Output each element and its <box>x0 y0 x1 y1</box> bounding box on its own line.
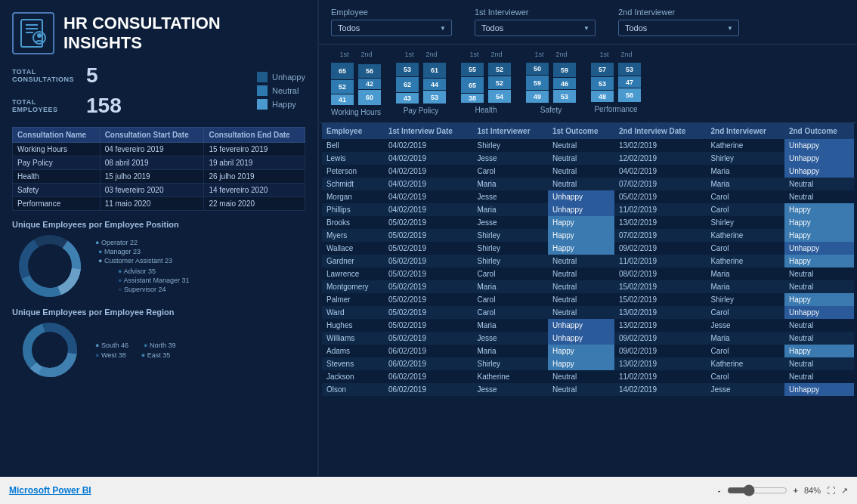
performance-1st: 57 53 48 <box>591 63 614 102</box>
bar-charts-section: 1st2nd 65 52 41 56 42 60 <box>319 45 857 123</box>
table-row: Pay Policy08 abril 201919 abril 2019 <box>13 156 305 170</box>
pay-policy-title: Pay Policy <box>404 107 439 115</box>
table-row: Working Hours04 fevereiro 201915 feverei… <box>13 143 305 156</box>
share-icon[interactable]: ↗ <box>841 486 848 496</box>
total-employees-value: 158 <box>86 94 124 118</box>
bar-chart-health: 1st2nd 55 65 38 52 52 54 <box>461 51 511 116</box>
col-2nd-interview-date: 2nd Interview Date <box>614 123 707 139</box>
position-donut-container: ● Operator 22 ● Manager 23 ● Customer As… <box>12 232 305 300</box>
total-consultations-label: TOTALCONSULTATIONS <box>12 68 80 83</box>
data-table-row: Bell04/02/2019ShirleyNeutral13/02/2019Ka… <box>322 139 854 152</box>
data-table-row: Jackson06/02/2019KatherineNeutral11/02/2… <box>322 370 854 383</box>
data-table-row: Myers05/02/2019ShirleyHappy07/02/2019Kat… <box>322 229 854 242</box>
legend-happy: Happy <box>257 99 305 110</box>
total-consultations-value: 5 <box>86 63 124 88</box>
col-1st-interviewer: 1st Interviewer <box>473 123 548 139</box>
zoom-value: 84% <box>804 486 821 495</box>
svg-rect-2 <box>26 28 38 29</box>
interviewer2-filter-group: 2nd Interviewer Todos <box>618 8 739 36</box>
data-table-row: Phillips04/02/2019MariaUnhappy11/02/2019… <box>322 203 854 216</box>
zoom-plus[interactable]: + <box>794 486 798 495</box>
table-row: Performance11 maio 202022 maio 2020 <box>13 197 305 211</box>
safety-title: Safety <box>540 106 562 114</box>
consultations-table: Consultation Name Consultation Start Dat… <box>12 127 305 211</box>
bar-chart-safety: 1st2nd 50 59 49 59 46 53 <box>526 51 576 116</box>
data-table-row: Adams06/02/2019MariaHappy09/02/2019Carol… <box>322 345 854 357</box>
total-consultations-row: TOTALCONSULTATIONS 5 <box>12 63 124 88</box>
table-row: Safety03 fevereiro 202014 fevereiro 2020 <box>13 184 305 197</box>
pay-policy-bars: 53 62 43 61 44 53 <box>396 63 446 104</box>
main-container: HR CONSULTATIONINSIGHTS TOTALCONSULTATIO… <box>0 0 857 504</box>
filters-bar: Employee Todos 1st Interviewer Todos <box>319 0 857 45</box>
interviewer2-select[interactable]: Todos <box>618 20 739 36</box>
employee-filter-label: Employee <box>331 8 452 17</box>
data-table-row: Montgomery05/02/2019MariaNeutral15/02/20… <box>322 280 854 293</box>
zoom-slider[interactable] <box>727 484 787 496</box>
interviewer2-select-wrapper[interactable]: Todos <box>618 20 739 36</box>
bar-chart-performance: 1st2nd 57 53 48 53 47 58 <box>591 51 641 116</box>
safety-1st: 50 59 49 <box>526 63 549 103</box>
legend-neutral-label: Neutral <box>272 86 299 95</box>
health-2nd: 52 52 54 <box>488 63 511 103</box>
data-table-row: Schmidt04/02/2019MariaNeutral07/02/2019M… <box>322 178 854 190</box>
header-section: HR CONSULTATIONINSIGHTS <box>12 12 305 54</box>
col-end-date: Consultation End Date <box>204 128 305 143</box>
col-1st-outcome: 1st Outcome <box>548 123 614 139</box>
interviewer2-filter-label: 2nd Interviewer <box>618 8 739 17</box>
position-labels: ● Operator 22 ● Manager 23 ● Customer As… <box>95 239 190 293</box>
col-2nd-outcome: 2nd Outcome <box>784 123 854 139</box>
position-chart: Unique Employees por Employee Position <box>12 220 305 300</box>
region-donut-container: ● South 46 ● North 39 ● West 38 ● East 3… <box>12 320 305 380</box>
fullscreen-icon[interactable]: ⛶ <box>827 486 835 495</box>
region-donut-svg <box>12 320 88 380</box>
total-employees-label: TOTALEMPLOYEES <box>12 98 80 113</box>
data-table-section[interactable]: Employee 1st Interview Date 1st Intervie… <box>319 123 857 477</box>
position-chart-title: Unique Employees por Employee Position <box>12 220 305 229</box>
employee-select-wrapper[interactable]: Todos <box>331 20 452 36</box>
app-icon <box>12 12 54 54</box>
safety-bars: 50 59 49 59 46 53 <box>526 63 576 103</box>
interviewer1-select[interactable]: Todos <box>475 20 596 36</box>
interviewer1-select-wrapper[interactable]: Todos <box>475 20 596 36</box>
health-bars: 55 65 38 52 52 54 <box>461 63 511 103</box>
col-2nd-interviewer: 2nd Interviewer <box>707 123 784 139</box>
interviewer1-filter-label: 1st Interviewer <box>475 8 596 17</box>
working-hours-1st: 65 52 41 <box>331 63 354 105</box>
zoom-minus[interactable]: - <box>718 486 721 495</box>
working-hours-bars: 65 52 41 56 42 60 <box>331 63 381 105</box>
table-row: Health15 julho 201926 julho 2019 <box>13 170 305 184</box>
data-table-row: Stevens06/02/2019ShirleyHappy13/02/2019K… <box>322 357 854 370</box>
data-table-row: Ward05/02/2019CarolNeutral13/02/2019Caro… <box>322 306 854 319</box>
employee-select[interactable]: Todos <box>331 20 452 36</box>
stats-section: TOTALCONSULTATIONS 5 TOTALEMPLOYEES 158 <box>12 63 124 118</box>
health-1st: 55 65 38 <box>461 63 484 103</box>
data-table-row: Hughes05/02/2019MariaUnhappy13/02/2019Je… <box>322 319 854 332</box>
position-donut-svg <box>12 232 88 300</box>
svg-point-5 <box>37 33 42 38</box>
svg-rect-1 <box>26 24 38 26</box>
performance-2nd: 53 47 58 <box>618 63 641 102</box>
app-title: HR CONSULTATIONINSIGHTS <box>63 14 221 54</box>
legend-section: Unhappy Neutral Happy <box>257 72 305 110</box>
performance-bars: 57 53 48 53 47 58 <box>591 63 641 102</box>
legend-unhappy: Unhappy <box>257 72 305 82</box>
col-1st-interview-date: 1st Interview Date <box>384 123 473 139</box>
working-hours-2nd: 56 42 60 <box>358 64 381 105</box>
data-table-row: Olson06/02/2019JesseNeutral14/02/2019Jes… <box>322 383 854 396</box>
microsoft-power-bi-link[interactable]: Microsoft Power BI <box>9 485 91 496</box>
pay-policy-2nd: 61 44 53 <box>423 63 446 104</box>
total-employees-row: TOTALEMPLOYEES 158 <box>12 94 124 118</box>
working-hours-title: Working Hours <box>331 108 381 116</box>
region-labels: ● South 46 ● North 39 ● West 38 ● East 3… <box>95 342 175 359</box>
performance-title: Performance <box>594 105 637 113</box>
left-panel: HR CONSULTATIONINSIGHTS TOTALCONSULTATIO… <box>0 0 317 477</box>
bar-chart-working-hours: 1st2nd 65 52 41 56 42 60 <box>331 51 381 116</box>
pay-policy-1st: 53 62 43 <box>396 63 419 104</box>
col-employee: Employee <box>322 123 384 139</box>
interviewer1-filter-group: 1st Interviewer Todos <box>475 8 596 36</box>
data-table-row: Williams05/02/2019JesseUnhappy09/02/2019… <box>322 332 854 345</box>
region-chart: Unique Employees por Employee Region ● S… <box>12 308 305 380</box>
safety-2nd: 59 46 53 <box>553 63 576 103</box>
data-table-row: Gardner05/02/2019ShirleyNeutral11/02/201… <box>322 255 854 267</box>
data-table-row: Peterson04/02/2019CarolNeutral04/02/2019… <box>322 165 854 178</box>
